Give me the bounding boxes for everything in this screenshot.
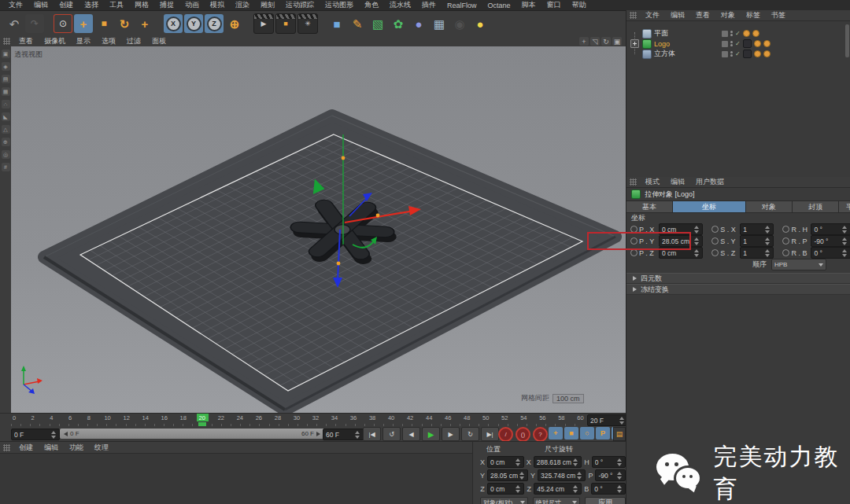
move-tool-icon[interactable]: + xyxy=(74,14,93,33)
add-cube-icon[interactable]: ■ xyxy=(327,14,346,33)
spinner-icon[interactable] xyxy=(577,472,582,480)
scale-field[interactable]: 1 xyxy=(740,247,774,259)
attribute-tab[interactable]: 平滑着色(Phong) xyxy=(839,201,850,212)
spinner-icon[interactable] xyxy=(842,249,848,257)
object-name[interactable]: Logo xyxy=(654,40,670,48)
size-field[interactable]: 288.618 cm xyxy=(534,456,582,468)
coordinate-system-icon[interactable]: ⊕ xyxy=(225,14,244,33)
spinner-icon[interactable] xyxy=(694,249,700,257)
key-ring-icon[interactable] xyxy=(782,226,789,233)
size-field[interactable]: 325.748 cm xyxy=(538,469,586,481)
viewport-menu-item[interactable]: 显示 xyxy=(71,36,96,46)
visibility-dots-icon[interactable] xyxy=(730,51,733,57)
toggle-views-icon[interactable]: ▣ xyxy=(612,37,622,46)
menu-item[interactable]: 运动图形 xyxy=(320,0,359,10)
orange-tag-icon[interactable] xyxy=(754,50,761,57)
attribute-menu-item[interactable]: 用户数据 xyxy=(690,177,730,187)
next-frame-button[interactable]: ▶ xyxy=(442,427,460,441)
material-menu-item[interactable]: 创建 xyxy=(13,443,39,453)
object-row[interactable]: 立方体 xyxy=(626,49,850,59)
apply-button[interactable]: 应用 xyxy=(585,497,626,504)
dark-tag-icon[interactable] xyxy=(743,39,752,48)
z-axis-lock-icon[interactable]: Z xyxy=(205,14,224,33)
dark-tag-icon[interactable] xyxy=(743,50,752,58)
spinner-icon[interactable] xyxy=(842,226,848,234)
object-row[interactable]: Logo xyxy=(626,39,850,49)
layer-chip[interactable] xyxy=(722,41,728,47)
size-field[interactable]: 45.24 cm xyxy=(534,483,582,495)
spinner-icon[interactable] xyxy=(694,237,700,245)
enable-axis-icon[interactable]: ⊕ xyxy=(2,138,10,146)
menu-item[interactable]: 模拟 xyxy=(205,0,230,10)
menu-item[interactable]: 编辑 xyxy=(28,0,54,10)
visibility-dots-icon[interactable] xyxy=(730,41,733,46)
light-icon[interactable]: ● xyxy=(471,14,490,33)
object-manager-menu-item[interactable]: 标签 xyxy=(741,10,766,20)
edges-mode-icon[interactable]: ◣ xyxy=(2,112,10,121)
position-field[interactable]: 28.05 cm xyxy=(487,469,528,481)
subdivision-surface-icon[interactable]: ▧ xyxy=(368,14,387,33)
snap-icon[interactable]: # xyxy=(2,163,10,171)
record-position-toggle[interactable]: + xyxy=(549,427,563,440)
panel-grip-icon[interactable] xyxy=(3,38,10,45)
layer-chip[interactable] xyxy=(722,51,728,57)
convert-editable-icon[interactable]: ▣ xyxy=(2,50,10,58)
object-row[interactable]: 平面 xyxy=(626,28,850,39)
menu-item[interactable]: 帮助 xyxy=(567,0,592,10)
spinner-icon[interactable] xyxy=(694,226,700,234)
spinner-icon[interactable] xyxy=(516,458,521,466)
attribute-tab[interactable]: 坐标 xyxy=(673,201,746,212)
enable-check-icon[interactable] xyxy=(735,50,741,57)
rotation-order-dropdown[interactable]: HPB xyxy=(771,259,826,270)
position-field[interactable]: 0 cm xyxy=(487,483,524,495)
y-axis-lock-icon[interactable]: Y xyxy=(184,14,203,33)
viewport-menu-item[interactable]: 过滤 xyxy=(121,36,146,46)
range-end-field[interactable]: 60 F xyxy=(323,429,364,440)
material-menu-item[interactable]: 功能 xyxy=(64,443,89,453)
spinner-icon[interactable] xyxy=(765,249,771,257)
solo-mode-icon[interactable]: ◎ xyxy=(2,150,10,159)
rotation-field[interactable]: -90 ° xyxy=(811,235,850,247)
render-settings-icon[interactable]: ✳ xyxy=(298,13,318,34)
menu-item[interactable]: 动画 xyxy=(179,0,205,10)
enable-check-icon[interactable] xyxy=(735,40,741,47)
menu-item[interactable]: 运动跟踪 xyxy=(280,0,320,10)
spline-pen-icon[interactable]: ✎ xyxy=(348,14,367,33)
record-parameter-toggle[interactable]: P xyxy=(596,427,610,440)
menu-item[interactable]: 窗口 xyxy=(541,0,567,10)
menu-item[interactable]: 流水线 xyxy=(384,0,416,10)
spinner-icon[interactable] xyxy=(619,417,625,425)
spinner-icon[interactable] xyxy=(573,458,578,466)
record-keyframe-button[interactable]: / xyxy=(498,427,513,442)
camera-icon[interactable]: ◉ xyxy=(450,14,469,33)
key-ring-icon[interactable] xyxy=(782,237,789,245)
texture-mode-icon[interactable]: ▤ xyxy=(2,75,10,83)
orange-tag-icon[interactable] xyxy=(763,50,771,57)
key-ring-icon[interactable] xyxy=(782,249,789,256)
rotation-field[interactable]: 0 ° xyxy=(811,247,850,259)
orange-tag-icon[interactable] xyxy=(743,30,750,37)
menu-item[interactable]: 工具 xyxy=(104,0,129,10)
menu-item[interactable]: 插件 xyxy=(416,0,442,10)
panel-grip-icon[interactable] xyxy=(3,444,10,451)
perspective-viewport[interactable]: 透视视图 网格间距 100 cm xyxy=(11,46,626,413)
undo-icon[interactable]: ↶ xyxy=(5,14,24,33)
orange-tag-icon[interactable] xyxy=(752,30,759,37)
goto-end-button[interactable]: ▶| xyxy=(481,427,499,441)
menu-item[interactable]: Octane xyxy=(482,2,516,9)
keyframe-options-button[interactable]: ? xyxy=(533,427,548,442)
menu-item[interactable]: 捕捉 xyxy=(154,0,179,10)
collapsed-section[interactable]: 四元数 xyxy=(626,273,850,284)
spinner-icon[interactable] xyxy=(355,431,360,439)
object-manager-menu-item[interactable]: 书签 xyxy=(766,10,791,20)
rotation-field[interactable]: -90 ° xyxy=(595,469,626,481)
spinner-icon[interactable] xyxy=(617,485,623,493)
x-axis-lock-icon[interactable]: X xyxy=(164,14,183,33)
menu-item[interactable]: 文件 xyxy=(3,0,28,10)
spinner-icon[interactable] xyxy=(51,431,57,439)
size-mode-dropdown[interactable]: 绝对尺寸 xyxy=(533,497,581,504)
key-ring-icon[interactable] xyxy=(630,249,638,256)
spinner-icon[interactable] xyxy=(516,485,521,493)
current-frame-handle[interactable] xyxy=(198,422,206,426)
orange-tag-icon[interactable] xyxy=(763,40,771,47)
